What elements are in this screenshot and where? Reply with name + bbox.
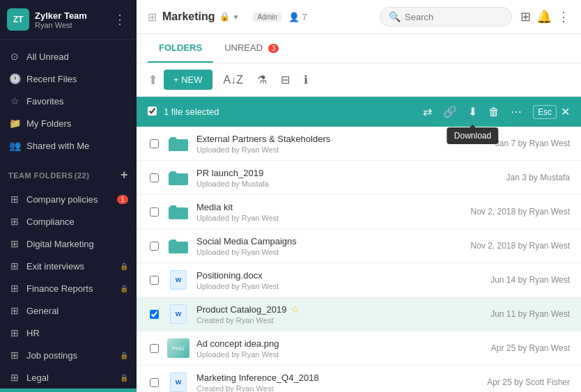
back-icon[interactable]: ⊞ xyxy=(148,10,157,24)
title-lock-icon: 🔒 xyxy=(219,12,230,22)
download-tooltip: Download xyxy=(447,127,498,144)
sidebar-item-compliance[interactable]: ⊞ Compliance xyxy=(0,210,137,233)
table-row[interactable]: External Partners & Stakeholders Uploade… xyxy=(137,127,581,161)
row-checkbox[interactable] xyxy=(148,205,160,218)
sidebar-item-all-unread[interactable]: ⊙ All Unread xyxy=(0,45,137,68)
sidebar-item-marketing[interactable]: ⊞ Marketing 🔒 3 xyxy=(0,389,137,392)
tab-unread[interactable]: UNREAD 3 xyxy=(213,34,290,63)
row-checkbox[interactable] xyxy=(148,274,160,286)
search-box[interactable]: 🔍 xyxy=(380,7,512,26)
file-date: Nov 2, 2018 by Ryan West xyxy=(470,207,570,217)
grid-icon[interactable]: ⊞ xyxy=(520,9,531,24)
info-icon[interactable]: ℹ xyxy=(298,69,313,91)
sidebar-item-recent-files[interactable]: 🕐 Recent Files xyxy=(0,68,137,90)
tab-folders[interactable]: FOLDERS xyxy=(148,34,213,63)
lock-icon: 🔒 xyxy=(120,352,128,359)
table-row[interactable]: W Positioning.docx Uploaded by Ryan West… xyxy=(137,263,581,297)
sidebar-item-job-postings[interactable]: ⊞ Job postings 🔒 xyxy=(0,344,137,366)
sidebar-item-exit-interviews[interactable]: ⊞ Exit interviews 🔒 xyxy=(0,255,137,277)
download-action-icon[interactable]: ⬇ Download xyxy=(465,102,480,121)
move-action-icon[interactable]: ⇄ xyxy=(420,102,435,121)
select-all-checkbox[interactable] xyxy=(148,107,157,116)
avatar: ZT xyxy=(7,8,29,31)
search-input[interactable] xyxy=(405,12,503,22)
upload-icon[interactable]: ⬆ xyxy=(148,72,158,88)
row-checkbox[interactable] xyxy=(148,342,160,354)
sidebar-item-shared-with-me[interactable]: 👥 Shared with Me xyxy=(0,134,137,157)
filter-icon[interactable]: ⚗ xyxy=(251,69,272,91)
sidebar-item-favorites[interactable]: ☆ Favorites xyxy=(0,90,137,112)
folder-icon xyxy=(167,201,189,223)
star-icon[interactable]: ☆ xyxy=(290,304,300,315)
row-checkbox[interactable] xyxy=(148,171,160,184)
file-info: Marketing Inference_Q4_2018 Created by R… xyxy=(196,373,480,393)
folder-icon xyxy=(167,166,189,189)
file-uploaded-by: Uploaded by Ryan West xyxy=(196,214,463,222)
table-row[interactable]: Media kit Uploaded by Ryan West Nov 2, 2… xyxy=(137,195,581,229)
recent-files-icon: 🕐 xyxy=(8,72,21,85)
close-selection-icon[interactable]: ✕ xyxy=(561,105,570,118)
file-name: External Partners & Stakeholders xyxy=(196,134,488,144)
folder-icon xyxy=(167,132,189,155)
row-checkbox[interactable] xyxy=(148,308,160,320)
sort-icon[interactable]: A↓Z xyxy=(218,70,249,91)
selection-checkbox[interactable] xyxy=(148,107,157,118)
doc-icon: W xyxy=(167,303,189,325)
file-uploaded-by: Uploaded by Ryan West xyxy=(196,248,463,256)
title-text: Marketing xyxy=(162,10,215,23)
file-info: Ad concept idea.png Uploaded by Ryan Wes… xyxy=(196,338,484,359)
table-row[interactable]: PR launch_2019 Uploaded by Mustafa Jan 3… xyxy=(137,161,581,195)
file-uploaded-by: Uploaded by Ryan West xyxy=(196,146,488,154)
topbar-meta: Admin 👤 7 xyxy=(247,12,307,22)
sidebar-item-legal[interactable]: ⊞ Legal 🔒 xyxy=(0,366,137,389)
file-info: Media kit Uploaded by Ryan West xyxy=(196,202,463,222)
notification-icon[interactable]: 🔔 xyxy=(536,9,552,24)
user-name: Ryan West xyxy=(35,21,110,29)
lock-icon: 🔒 xyxy=(120,285,128,292)
esc-button[interactable]: Esc xyxy=(533,105,557,119)
sidebar-item-label: Digital Marketing xyxy=(26,239,128,249)
sidebar-item-company-policies[interactable]: ⊞ Company policies 1 xyxy=(0,188,137,210)
more-action-icon[interactable]: ⋯ xyxy=(508,102,525,121)
delete-action-icon[interactable]: 🗑 xyxy=(486,103,502,121)
file-date: Apr 25 by Ryan West xyxy=(491,343,570,353)
sidebar-item-general[interactable]: ⊞ General xyxy=(0,299,137,322)
new-button[interactable]: + NEW xyxy=(164,70,212,90)
hr-icon: ⊞ xyxy=(8,327,21,339)
sidebar-item-digital-marketing[interactable]: ⊞ Digital Marketing xyxy=(0,233,137,255)
sidebar-item-label: Compliance xyxy=(26,217,128,227)
sidebar-item-label: Finance Reports xyxy=(26,283,117,294)
file-uploaded-by: Uploaded by Ryan West xyxy=(196,350,484,359)
general-icon: ⊞ xyxy=(8,304,21,317)
sidebar-item-hr[interactable]: ⊞ HR xyxy=(0,322,137,344)
file-name: Marketing Inference_Q4_2018 xyxy=(196,373,480,383)
link-action-icon[interactable]: 🔗 xyxy=(440,102,460,121)
row-checkbox[interactable] xyxy=(148,137,160,150)
file-date: Apr 25 by Scott Fisher xyxy=(487,377,570,387)
row-checkbox[interactable] xyxy=(148,376,160,389)
table-row[interactable]: W Product Catalog_2019 ☆ Created by Ryan… xyxy=(137,297,581,331)
table-row[interactable]: Social Media Campaigns Uploaded by Ryan … xyxy=(137,229,581,263)
compliance-icon: ⊞ xyxy=(8,215,21,228)
view-icon[interactable]: ⊟ xyxy=(275,69,295,91)
sidebar-item-my-folders[interactable]: 📁 My Folders xyxy=(0,112,137,134)
file-date: Jun 11 by Ryan West xyxy=(490,309,570,319)
table-row[interactable]: PNG Ad concept idea.png Uploaded by Ryan… xyxy=(137,331,581,366)
sidebar-item-label: Exit interviews xyxy=(26,261,117,272)
add-team-folder-icon[interactable]: + xyxy=(121,168,128,182)
table-row[interactable]: W Marketing Inference_Q4_2018 Created by… xyxy=(137,366,581,392)
search-container: 🔍 xyxy=(380,7,512,26)
file-created-by: Created by Ryan West xyxy=(196,384,480,393)
row-checkbox[interactable] xyxy=(148,240,160,252)
file-uploaded-by: Uploaded by Ryan West xyxy=(196,282,483,290)
page-title: Marketing 🔒 ▼ xyxy=(162,10,239,23)
title-dropdown-icon[interactable]: ▼ xyxy=(233,13,240,21)
unread-badge: 3 xyxy=(268,44,279,53)
sidebar-item-label: Legal xyxy=(26,373,117,383)
sidebar-more-icon[interactable]: ⋮ xyxy=(110,10,130,29)
member-count: 7 xyxy=(302,12,307,22)
topbar-more-icon[interactable]: ⋮ xyxy=(557,9,570,24)
sidebar-item-finance-reports[interactable]: ⊞ Finance Reports 🔒 xyxy=(0,277,137,299)
img-icon: PNG xyxy=(167,337,189,359)
file-list: External Partners & Stakeholders Uploade… xyxy=(137,127,581,392)
